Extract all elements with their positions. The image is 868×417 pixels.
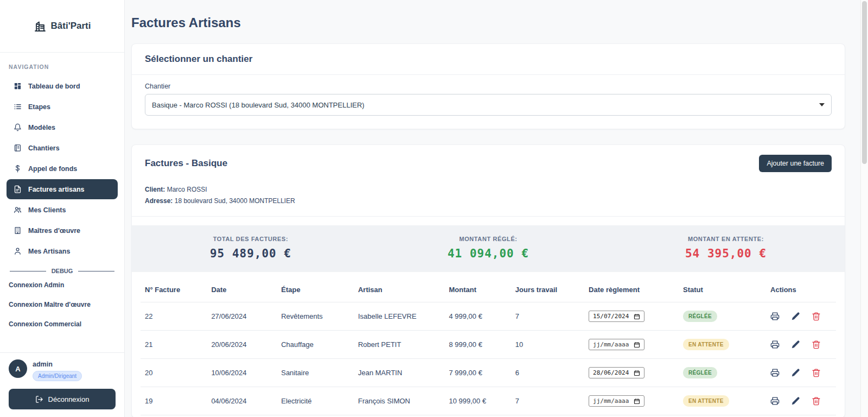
date-reglement-placeholder: jj/mm/aaaa [593, 397, 629, 405]
user-name: admin [33, 359, 82, 368]
invoice-montant: 7 999,00 € [444, 359, 510, 387]
column-header-statut: Statut [679, 277, 766, 302]
chantier-selector-card: Sélectionner un chantier Chantier Basiqu… [131, 43, 845, 129]
column-header-artisan: Artisan [354, 277, 445, 302]
main-content: Factures Artisans Sélectionner un chanti… [125, 0, 860, 417]
invoice-jours: 7 [511, 387, 584, 415]
total-invoices-label: TOTAL DES FACTURES: [132, 236, 369, 242]
invoice-date: 10/06/2024 [207, 359, 277, 387]
date-reglement-input[interactable]: 15/07/2024 [589, 311, 644, 322]
calendar-icon [634, 313, 640, 320]
sidebar-item-tableau-de-bord[interactable]: Tableau de bord [7, 76, 118, 96]
amount-pending-label: MONTANT EN ATTENTE: [607, 236, 845, 242]
calendar-icon [634, 342, 640, 348]
invoice-jours: 6 [511, 359, 584, 387]
sidebar-item-label: Modèles [28, 124, 55, 131]
chantier-card-title: Sélectionner un chantier [132, 44, 845, 75]
invoice-jours: 7 [511, 302, 584, 331]
edit-icon[interactable] [791, 312, 800, 321]
people-icon [14, 206, 22, 214]
scrollbar[interactable] [860, 0, 868, 417]
delete-icon[interactable] [812, 340, 821, 349]
column-header-etape: Étape [277, 277, 354, 302]
edit-icon[interactable] [791, 340, 800, 349]
status-badge: EN ATTENTE [683, 395, 729, 407]
add-invoice-button[interactable]: Ajouter une facture [759, 155, 832, 172]
date-reglement-input[interactable]: jj/mm/aaaa [589, 339, 644, 350]
invoice-number: 22 [141, 302, 207, 331]
sidebar-item-label: Maîtres d'œuvre [28, 227, 80, 235]
delete-icon[interactable] [812, 396, 821, 406]
sidebar-item-maitres-oeuvre[interactable]: Maîtres d'œuvre [7, 220, 118, 241]
address-label: Adresse: [145, 197, 173, 205]
calendar-icon [634, 398, 640, 405]
date-reglement-input[interactable]: 28/06/2024 [589, 367, 644, 378]
invoice-date: 27/06/2024 [207, 302, 277, 331]
sidebar-item-label: Mes Artisans [28, 248, 70, 255]
sidebar-item-mes-clients[interactable]: Mes Clients [7, 200, 118, 220]
sidebar-nav: NAVIGATION Tableau de bord Etapes Modèle… [0, 53, 124, 334]
invoice-number: 21 [141, 331, 207, 359]
client-value: Marco ROSSI [167, 186, 207, 193]
invoice-number: 20 [141, 359, 207, 387]
debug-connexion-admin[interactable]: Connexion Admin [0, 275, 124, 295]
sidebar-item-appel-de-fonds[interactable]: Appel de fonds [7, 159, 118, 179]
page-title: Factures Artisans [131, 15, 845, 30]
debug-connexion-maitre-oeuvre[interactable]: Connexion Maître d'œuvre [0, 295, 124, 314]
address-value: 18 boulevard Sud, 34000 MONTPELLIER [175, 197, 295, 205]
delete-icon[interactable] [812, 312, 821, 321]
amount-pending-value: 54 395,00 € [607, 247, 845, 260]
column-header-numero: N° Facture [141, 277, 207, 302]
brand[interactable]: Bâti'Parti [0, 0, 124, 53]
table-header-row: N° Facture Date Étape Artisan Montant Jo… [141, 277, 836, 302]
print-icon[interactable] [770, 396, 780, 406]
invoices-card: Factures - Basique Ajouter une facture C… [131, 144, 845, 417]
totals-summary: TOTAL DES FACTURES: 95 489,00 € MONTANT … [132, 225, 845, 272]
invoice-etape: Electricité [277, 387, 354, 415]
debug-connexion-commercial[interactable]: Connexion Commercial [0, 314, 124, 334]
sidebar-item-label: Factures artisans [28, 186, 85, 193]
total-invoices-value: 95 489,00 € [132, 247, 369, 260]
avatar: A [9, 359, 27, 378]
calendar-icon [634, 370, 640, 376]
print-icon[interactable] [770, 368, 780, 377]
sidebar: Bâti'Parti NAVIGATION Tableau de bord Et… [0, 0, 125, 417]
print-icon[interactable] [770, 312, 780, 321]
sidebar-item-factures-artisans[interactable]: Factures artisans [7, 179, 118, 199]
invoice-icon [14, 185, 22, 193]
debug-label: DEBUG [52, 268, 73, 274]
role-badge: Admin/Dirigeant [33, 371, 82, 381]
chantier-select[interactable]: Basique - Marco ROSSI (18 boulevard Sud,… [145, 94, 832, 116]
edit-icon[interactable] [791, 368, 800, 377]
sidebar-item-mes-artisans[interactable]: Mes Artisans [7, 241, 118, 261]
dollar-icon [14, 165, 22, 173]
sidebar-item-chantiers[interactable]: Chantiers [7, 138, 118, 158]
sidebar-item-label: Etapes [28, 103, 50, 111]
edit-icon[interactable] [791, 396, 800, 406]
invoice-montant: 4 999,00 € [444, 302, 510, 331]
invoices-table: N° Facture Date Étape Artisan Montant Jo… [141, 277, 836, 415]
print-icon[interactable] [770, 340, 780, 349]
invoice-number: 19 [141, 387, 207, 415]
list-icon [14, 103, 22, 111]
sidebar-item-etapes[interactable]: Etapes [7, 97, 118, 117]
bell-icon [14, 123, 22, 131]
chantier-field-label: Chantier [145, 83, 832, 90]
sidebar-user-section: A admin Admin/Dirigeant Déconnexion [0, 352, 124, 417]
date-reglement-value: 15/07/2024 [593, 313, 629, 320]
book-icon [14, 144, 22, 152]
brand-name: Bâti'Parti [51, 21, 91, 31]
column-header-date: Date [207, 277, 277, 302]
nav-section-label: NAVIGATION [0, 59, 124, 75]
sidebar-item-label: Chantiers [28, 144, 60, 152]
delete-icon[interactable] [812, 368, 821, 377]
invoice-etape: Sanitaire [277, 359, 354, 387]
sidebar-item-label: Tableau de bord [28, 83, 80, 90]
invoice-artisan: Robert PETIT [354, 331, 445, 359]
sidebar-item-modeles[interactable]: Modèles [7, 117, 118, 137]
scrollbar-thumb[interactable] [862, 1, 867, 164]
date-reglement-input[interactable]: jj/mm/aaaa [589, 395, 644, 407]
logout-button[interactable]: Déconnexion [9, 389, 116, 409]
invoice-artisan: Jean MARTIN [354, 359, 445, 387]
invoice-date: 04/06/2024 [207, 387, 277, 415]
